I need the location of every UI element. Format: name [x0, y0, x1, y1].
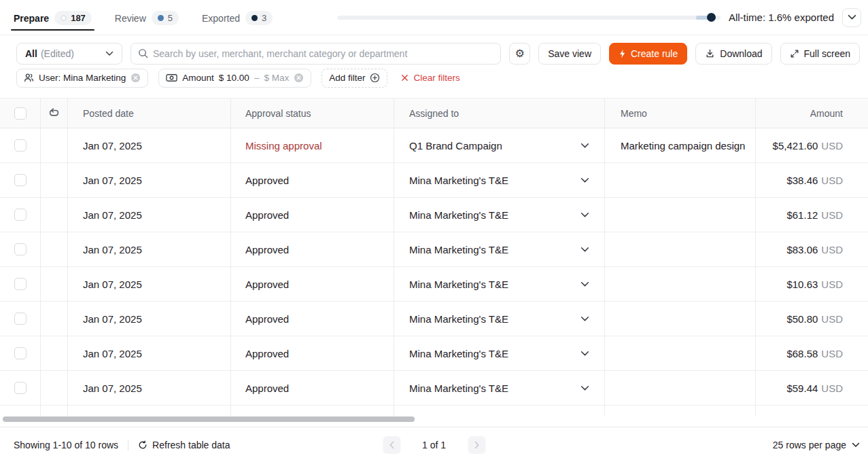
footer-left: Showing 1-10 of 10 rows Refresh table da… — [14, 440, 230, 450]
assigned-to-select[interactable]: Mina Marketing's T&E — [394, 336, 605, 370]
approval-status: Approved — [245, 279, 289, 290]
memo-cell[interactable] — [605, 371, 756, 405]
approval-status-cell: Approved — [231, 371, 394, 405]
navy-dot-icon — [251, 15, 258, 21]
table-row[interactable]: Jan 07, 2025 Approved Mina Marketing's T… — [0, 163, 868, 198]
amount-currency: USD — [821, 279, 843, 290]
user-filter-chip[interactable]: User: Mina Marketing — [16, 69, 148, 88]
collapse-progress-button[interactable] — [842, 8, 861, 27]
memo-cell[interactable]: Marketing campaign design — [605, 128, 756, 162]
close-circle-icon[interactable] — [131, 73, 141, 83]
memo-cell[interactable] — [605, 198, 756, 232]
assigned-to-select[interactable]: Mina Marketing's T&E — [394, 163, 605, 197]
table-body: Jan 07, 2025 Missing approval Q1 Brand C… — [0, 128, 868, 406]
download-icon — [705, 48, 715, 58]
row-checkbox[interactable] — [14, 347, 27, 359]
rows-per-page-select[interactable]: 25 rows per page — [773, 440, 860, 450]
table-row[interactable]: Jan 07, 2025 Approved Mina Marketing's T… — [0, 267, 868, 302]
memo-cell[interactable] — [605, 232, 756, 266]
amount-header[interactable]: Amount — [756, 99, 868, 128]
assigned-to-select[interactable]: Mina Marketing's T&E — [394, 232, 605, 266]
assigned-to-select[interactable]: Q1 Brand Campaign — [394, 128, 605, 162]
assigned-to-select[interactable]: Mina Marketing's T&E — [394, 267, 605, 301]
refresh-icon — [138, 440, 147, 450]
posted-date-header[interactable]: Posted date — [68, 99, 231, 128]
memo-cell[interactable] — [605, 163, 756, 197]
approval-status-cell: Missing approval — [231, 128, 394, 162]
posted-date: Jan 07, 2025 — [83, 313, 142, 325]
row-checkbox[interactable] — [14, 139, 27, 152]
approval-status-cell: Approved — [231, 336, 394, 370]
row-checkbox[interactable] — [14, 278, 27, 290]
repeat-icon — [48, 107, 60, 119]
next-page-button[interactable] — [468, 436, 485, 454]
approval-status: Approved — [245, 383, 289, 394]
tab-review[interactable]: Review 5 — [115, 0, 179, 35]
posted-date: Jan 07, 2025 — [83, 244, 142, 255]
row-checkbox[interactable] — [14, 382, 27, 394]
row-checkbox[interactable] — [14, 313, 27, 325]
download-button[interactable]: Download — [695, 43, 771, 65]
assigned-to-select[interactable]: Mina Marketing's T&E — [394, 198, 605, 232]
posted-date: Jan 07, 2025 — [83, 175, 142, 186]
approval-status-cell: Approved — [231, 232, 394, 266]
memo-header[interactable]: Memo — [605, 99, 756, 128]
export-progress-dot — [707, 13, 716, 22]
approval-status-cell: Approved — [231, 302, 394, 336]
search-input[interactable] — [153, 48, 493, 59]
table-footer: Showing 1-10 of 10 rows Refresh table da… — [0, 427, 868, 462]
row-count-label: Showing 1-10 of 10 rows — [14, 440, 118, 450]
table-row[interactable]: Jan 07, 2025 Approved Mina Marketing's T… — [0, 232, 868, 267]
close-circle-icon[interactable] — [294, 73, 304, 83]
select-all-cell — [0, 99, 41, 128]
add-filter-button[interactable]: Add filter — [322, 69, 387, 88]
table-row[interactable]: Jan 07, 2025 Missing approval Q1 Brand C… — [0, 128, 868, 163]
memo-cell[interactable] — [605, 267, 756, 301]
chevron-down-icon — [580, 212, 589, 218]
approval-status: Approved — [245, 313, 289, 325]
approval-status-header[interactable]: Approval status — [231, 99, 394, 128]
row-checkbox[interactable] — [14, 209, 27, 221]
export-progress-bar — [337, 16, 721, 20]
view-filter-select[interactable]: All (Edited) — [16, 43, 122, 65]
tab-exported[interactable]: Exported 3 — [202, 0, 273, 35]
tab-prepare-count: 187 — [71, 13, 86, 23]
clear-filters-button[interactable]: Clear filters — [401, 73, 459, 83]
full-screen-button[interactable]: Full screen — [780, 43, 860, 65]
select-all-checkbox[interactable] — [14, 107, 27, 120]
amount-filter-chip[interactable]: Amount $ 10.00 – $ Max — [158, 69, 311, 88]
previous-page-button[interactable] — [383, 436, 400, 454]
table-row[interactable]: Jan 07, 2025 Approved Mina Marketing's T… — [0, 302, 868, 336]
table-row[interactable]: Jan 07, 2025 Approved Mina Marketing's T… — [0, 198, 868, 232]
search-bar — [131, 43, 501, 65]
repeat-column-header[interactable] — [41, 99, 68, 128]
assigned-to-header[interactable]: Assigned to — [394, 99, 605, 128]
export-progress-label: All-time: 1.6% exported — [729, 12, 834, 23]
memo-cell[interactable] — [605, 336, 756, 370]
assigned-to-select[interactable]: Mina Marketing's T&E — [394, 302, 605, 336]
memo: Marketing campaign design — [621, 140, 745, 152]
amount-cell: $83.06 USD — [756, 232, 868, 266]
chevron-down-icon — [580, 316, 589, 322]
table-row[interactable]: Jan 07, 2025 Approved Mina Marketing's T… — [0, 336, 868, 371]
tab-prepare[interactable]: Prepare 187 — [14, 0, 92, 35]
horizontal-scrollbar-thumb[interactable] — [3, 416, 415, 422]
amount-value: $68.58 — [786, 348, 818, 359]
amount-filter-label: Amount — [182, 73, 214, 83]
table-row-partial[interactable] — [0, 406, 868, 416]
amount-value: $83.06 — [786, 244, 818, 255]
row-repeat-cell — [41, 198, 68, 232]
row-checkbox[interactable] — [14, 243, 27, 255]
save-view-button[interactable]: Save view — [538, 43, 601, 65]
amount-currency: USD — [821, 175, 843, 186]
assigned-to-select[interactable]: Mina Marketing's T&E — [394, 371, 605, 405]
table-row[interactable]: Jan 07, 2025 Approved Mina Marketing's T… — [0, 371, 868, 406]
row-checkbox[interactable] — [14, 174, 27, 186]
create-rule-button[interactable]: Create rule — [609, 43, 687, 65]
memo-cell[interactable] — [605, 302, 756, 336]
table-settings-button[interactable]: ⚙ — [509, 43, 530, 65]
approval-status-header-label: Approval status — [245, 108, 311, 119]
expenses-page: Prepare 187 Review 5 Exported 3 — [0, 0, 868, 462]
row-repeat-cell — [41, 128, 68, 162]
refresh-table-button[interactable]: Refresh table data — [138, 440, 230, 450]
